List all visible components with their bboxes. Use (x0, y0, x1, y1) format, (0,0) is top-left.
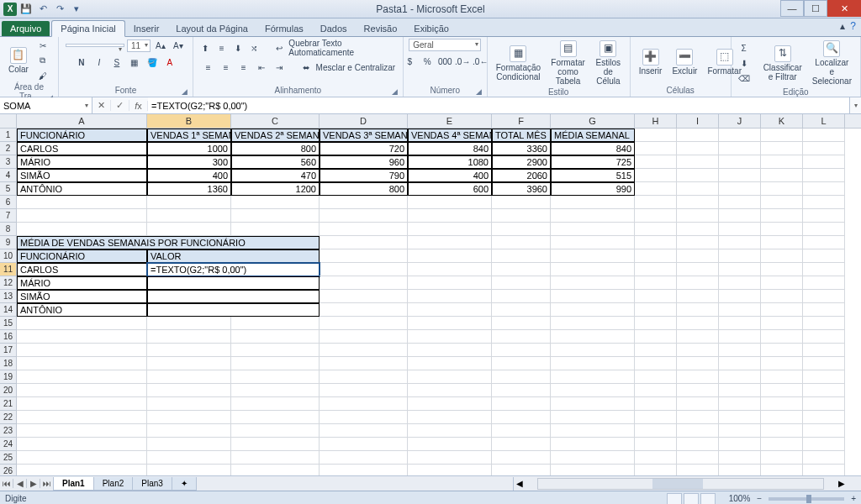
cell-I6[interactable] (677, 196, 719, 209)
cell-B21[interactable] (147, 397, 231, 411)
cell-J13[interactable] (719, 290, 761, 303)
cell-F24[interactable] (492, 438, 551, 451)
cell-I9[interactable] (677, 236, 719, 249)
cell-E15[interactable] (408, 317, 492, 330)
formula-input[interactable]: =TEXTO(G2;"R$ 0,00") (148, 97, 849, 113)
cell-J8[interactable] (719, 223, 761, 236)
cell-A14[interactable]: ANTÔNIO (17, 303, 147, 317)
cell-L21[interactable] (803, 397, 845, 411)
cell-I12[interactable] (677, 276, 719, 290)
cell-L2[interactable] (803, 142, 845, 155)
cell-A22[interactable] (17, 411, 147, 424)
cell-J26[interactable] (719, 465, 761, 475)
row-header-13[interactable]: 13 (0, 290, 17, 303)
col-header-L[interactable]: L (803, 114, 845, 128)
col-header-K[interactable]: K (761, 114, 803, 128)
cell-E3[interactable]: 1080 (408, 155, 492, 169)
cell-K17[interactable] (761, 344, 803, 357)
wrap-text-icon[interactable]: ↩ (272, 41, 286, 55)
cell-A18[interactable] (17, 357, 147, 370)
cell-A6[interactable] (17, 196, 147, 209)
cell-A17[interactable] (17, 344, 147, 357)
row-header-18[interactable]: 18 (0, 357, 17, 370)
cell-K25[interactable] (761, 451, 803, 465)
cell-K6[interactable] (761, 196, 803, 209)
row-header-15[interactable]: 15 (0, 317, 17, 330)
cell-I13[interactable] (677, 290, 719, 303)
copy-icon[interactable]: ⧉ (35, 54, 50, 67)
cell-D2[interactable]: 720 (320, 142, 408, 155)
cell-J1[interactable] (719, 129, 761, 142)
cell-K5[interactable] (761, 182, 803, 196)
cell-L22[interactable] (803, 411, 845, 424)
cut-icon[interactable]: ✂ (35, 39, 50, 52)
cell-J17[interactable] (719, 344, 761, 357)
cell-A23[interactable] (17, 424, 147, 438)
number-format-combo[interactable]: Geral (409, 39, 481, 51)
minimize-button[interactable]: — (780, 0, 804, 17)
tab-review[interactable]: Revisão (356, 21, 406, 36)
cell-A7[interactable] (17, 209, 147, 223)
cell-E22[interactable] (408, 411, 492, 424)
cell-G20[interactable] (551, 384, 635, 397)
cell-I19[interactable] (677, 370, 719, 384)
cell-styles-button[interactable]: ▣Estilos de Célula (592, 39, 625, 87)
cell-H7[interactable] (635, 209, 677, 223)
cell-B13[interactable] (147, 290, 320, 303)
cell-A2[interactable]: CARLOS (17, 142, 147, 155)
cell-B1[interactable]: VENDAS 1ª SEMANA (147, 129, 231, 142)
cell-B25[interactable] (147, 451, 231, 465)
cell-H24[interactable] (635, 438, 677, 451)
cell-I15[interactable] (677, 317, 719, 330)
cell-D16[interactable] (320, 330, 408, 344)
cell-G1[interactable]: MÉDIA SEMANAL (551, 129, 635, 142)
cell-F10[interactable] (492, 249, 551, 263)
col-header-B[interactable]: B (147, 114, 231, 128)
cell-J5[interactable] (719, 182, 761, 196)
cell-G12[interactable] (551, 276, 635, 290)
cell-A4[interactable]: SIMÃO (17, 169, 147, 182)
align-middle-icon[interactable]: ≡ (214, 41, 228, 55)
cell-A11[interactable]: CARLOS (17, 263, 147, 276)
cell-I2[interactable] (677, 142, 719, 155)
cell-F4[interactable]: 2060 (492, 169, 551, 182)
cell-K2[interactable] (761, 142, 803, 155)
cell-J15[interactable] (719, 317, 761, 330)
cell-H4[interactable] (635, 169, 677, 182)
border-icon[interactable]: ▦ (127, 55, 142, 69)
cell-E8[interactable] (408, 223, 492, 236)
cell-H16[interactable] (635, 330, 677, 344)
delete-cells-button[interactable]: ➖Excluir (668, 47, 700, 77)
cell-D6[interactable] (320, 196, 408, 209)
bold-button[interactable]: N (74, 55, 89, 69)
cell-B7[interactable] (147, 209, 231, 223)
grow-font-icon[interactable]: A▴ (153, 39, 168, 52)
cell-G7[interactable] (551, 209, 635, 223)
cell-G2[interactable]: 840 (551, 142, 635, 155)
col-header-J[interactable]: J (719, 114, 761, 128)
cell-H19[interactable] (635, 370, 677, 384)
format-as-table-button[interactable]: ▤Formatar como Tabela (547, 39, 589, 87)
cell-J22[interactable] (719, 411, 761, 424)
cell-J19[interactable] (719, 370, 761, 384)
row-header-20[interactable]: 20 (0, 384, 17, 397)
cell-J9[interactable] (719, 236, 761, 249)
row-header-12[interactable]: 12 (0, 276, 17, 290)
cell-H3[interactable] (635, 155, 677, 169)
cell-L26[interactable] (803, 465, 845, 475)
cell-F3[interactable]: 2900 (492, 155, 551, 169)
sheet-nav-first-icon[interactable]: ⏮ (0, 479, 13, 488)
cell-F21[interactable] (492, 397, 551, 411)
merge-icon[interactable]: ⬌ (298, 60, 314, 74)
cell-B8[interactable] (147, 223, 231, 236)
cell-B16[interactable] (147, 330, 231, 344)
cell-D21[interactable] (320, 397, 408, 411)
cell-C1[interactable]: VENDAS 2ª SEMANA (231, 129, 320, 142)
inc-decimal-icon[interactable]: .0→ (455, 55, 470, 68)
cell-D7[interactable] (320, 209, 408, 223)
cell-J21[interactable] (719, 397, 761, 411)
row-header-11[interactable]: 11 (0, 263, 17, 276)
cell-G26[interactable] (551, 465, 635, 475)
row-header-16[interactable]: 16 (0, 330, 17, 344)
align-right-icon[interactable]: ≡ (236, 60, 251, 74)
